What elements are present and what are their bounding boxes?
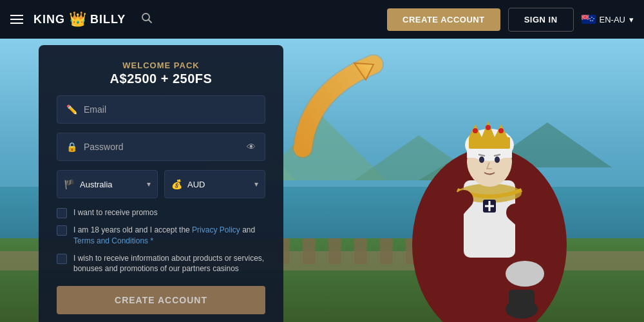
svg-line-1 (149, 20, 152, 23)
email-field[interactable]: ✏️ (57, 95, 265, 124)
checkbox-group: I want to receive promos I am 18 years o… (57, 207, 265, 274)
country-chevron-icon: ▾ (147, 180, 151, 189)
welcome-pack-label: WELCOME PACK (57, 61, 265, 70)
currency-label: AUD (187, 180, 254, 189)
show-password-icon[interactable]: 👁 (247, 142, 256, 152)
svg-rect-51 (469, 137, 510, 149)
promo-checkbox-label: I want to receive promos (73, 207, 158, 218)
logo[interactable]: KING 👑 BILLY (33, 11, 126, 28)
logo-text-king: KING (33, 13, 65, 26)
svg-point-48 (495, 156, 500, 163)
header-left: KING 👑 BILLY (10, 11, 387, 28)
svg-point-56 (486, 125, 491, 130)
email-input[interactable] (84, 104, 256, 115)
svg-point-14 (592, 20, 593, 21)
welcome-pack-section: WELCOME PACK A$2500 + 250FS (57, 61, 265, 86)
password-field[interactable]: 🔒 👁 (57, 133, 265, 161)
password-input[interactable] (84, 142, 247, 152)
promo-checkbox-item: I want to receive promos (57, 207, 265, 218)
privacy-policy-link[interactable]: Privacy Policy (192, 225, 240, 234)
header-right: CREATE ACCOUNT SIGN IN EN-A (387, 8, 634, 32)
arrow-graphic (283, 52, 399, 167)
king-character (386, 52, 592, 322)
email-icon: ✏️ (66, 104, 77, 115)
svg-rect-29 (354, 238, 367, 264)
header: KING 👑 BILLY CREATE ACCOUNT SIGN IN (0, 0, 644, 39)
registration-form: WELCOME PACK A$2500 + 250FS ✏️ 🔒 👁 🏴 Aus… (39, 45, 283, 322)
terms-checkbox-item: I am 18 years old and I accept the Priva… (57, 225, 265, 247)
currency-icon: 💰 (171, 179, 182, 189)
svg-rect-27 (303, 238, 316, 264)
svg-point-57 (498, 128, 504, 133)
country-label: Australia (80, 180, 147, 189)
logo-text-billy: BILLY (90, 13, 126, 26)
terms-conditions-link[interactable]: Terms and Conditions * (73, 236, 153, 245)
selects-row: 🏴 Australia ▾ 💰 AUD ▾ (57, 170, 265, 198)
svg-rect-60 (509, 290, 535, 309)
chevron-down-icon: ▾ (629, 15, 634, 24)
currency-chevron-icon: ▾ (254, 180, 258, 189)
svg-point-55 (473, 128, 478, 133)
promo-checkbox[interactable] (57, 208, 67, 218)
partners-checkbox-label: I wish to receive information about prod… (73, 253, 265, 275)
currency-selector[interactable]: 💰 AUD ▾ (164, 170, 265, 198)
language-label: EN-AU (600, 15, 625, 24)
lock-icon: 🔒 (66, 142, 77, 152)
terms-checkbox[interactable] (57, 225, 67, 236)
svg-rect-28 (328, 238, 341, 264)
search-icon[interactable] (141, 12, 153, 26)
svg-point-13 (593, 18, 594, 19)
svg-point-12 (591, 17, 592, 18)
country-selector[interactable]: 🏴 Australia ▾ (57, 170, 158, 198)
svg-point-15 (590, 20, 591, 21)
header-create-account-button[interactable]: CREATE ACCOUNT (387, 8, 500, 31)
create-account-button[interactable]: CREATE ACCOUNT (57, 286, 265, 314)
svg-point-47 (479, 156, 484, 163)
svg-point-16 (589, 18, 591, 19)
country-flag-icon: 🏴 (64, 179, 75, 189)
svg-point-58 (506, 261, 544, 287)
hamburger-menu-icon[interactable] (10, 15, 23, 24)
welcome-pack-value: A$2500 + 250FS (57, 71, 265, 86)
main-area: WELCOME PACK A$2500 + 250FS ✏️ 🔒 👁 🏴 Aus… (0, 39, 644, 322)
terms-checkbox-label: I am 18 years old and I accept the Priva… (73, 225, 265, 247)
crown-icon: 👑 (69, 11, 86, 28)
language-selector[interactable]: EN-AU ▾ (582, 15, 634, 24)
header-sign-in-button[interactable]: SIGN IN (508, 8, 574, 32)
partners-checkbox-item: I wish to receive information about prod… (57, 253, 265, 275)
partners-checkbox[interactable] (57, 254, 67, 264)
